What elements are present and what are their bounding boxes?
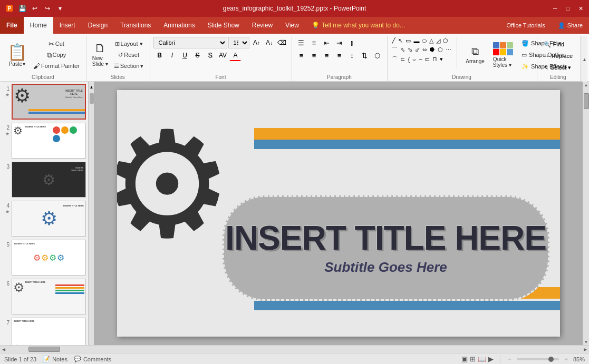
shape-s2[interactable]: ⬂ [407, 46, 413, 54]
menu-animations[interactable]: Animations [157, 17, 201, 34]
shape-tri[interactable]: △ [428, 37, 434, 45]
paste-button[interactable]: 📋 Paste▾ [4, 37, 30, 73]
menu-home[interactable]: Home [24, 17, 53, 34]
font-color-button[interactable]: A [229, 50, 241, 61]
comments-label[interactable]: Comments [83, 356, 111, 362]
shadow-button[interactable]: S [204, 50, 216, 61]
add-columns-button[interactable]: ⫿ [346, 37, 358, 48]
slide-img-5[interactable]: ⚙ ⚙ ⚙ ⚙ INSERT TITLE HERE [12, 240, 86, 276]
zoom-in-button[interactable]: ＋ [563, 355, 569, 363]
align-center-button[interactable]: ≡ [308, 50, 320, 61]
zoom-thumb[interactable] [548, 357, 554, 362]
subtitle[interactable]: Subtitle Goes Here [324, 259, 447, 276]
hscroll-track[interactable] [7, 347, 582, 352]
shrink-font-button[interactable]: A↓ [263, 37, 275, 48]
notes-label[interactable]: Notes [52, 356, 67, 362]
slide-thumb-1[interactable]: 1 ★ ⚙ INSERT TITLEHERESubtitle Goes Here [2, 84, 86, 120]
close-button[interactable]: ✕ [576, 4, 585, 13]
spacing-button[interactable]: AV [217, 50, 228, 61]
hscroll-thumb[interactable] [28, 347, 60, 352]
hscroll-right-button[interactable]: ▶ [582, 346, 589, 353]
slide-thumb-5[interactable]: 5 ⚙ ⚙ ⚙ ⚙ INSERT TITLE HERE [2, 240, 86, 276]
shape-rt[interactable]: ◿ [435, 37, 441, 45]
slide-thumb-3[interactable]: 3 ⚙ INSERTTITLE HERE [2, 162, 86, 198]
title-box[interactable]: INSERT TITLE HERE Subtitle Goes Here [223, 195, 549, 301]
font-family-selector[interactable]: Calibri [153, 37, 227, 48]
slideshow-button[interactable]: ▶ [488, 355, 494, 363]
shape-s1[interactable]: ⬁ [399, 46, 406, 54]
hscroll-left-button[interactable]: ◀ [0, 346, 7, 353]
decrease-indent-button[interactable]: ⇤ [321, 37, 332, 48]
vscroll-track[interactable] [584, 88, 589, 339]
minimize-button[interactable]: ─ [551, 4, 559, 13]
italic-button[interactable]: I [166, 50, 178, 61]
slide-canvas[interactable]: ⚙ INSERT TITLE HERE Subtitle Goes Here [117, 90, 560, 337]
numbering-button[interactable]: ≡ [308, 37, 320, 48]
redo-qat-button[interactable]: ↪ [42, 3, 53, 14]
menu-file[interactable]: File [0, 17, 24, 34]
panel-scroll-thumb[interactable] [90, 93, 94, 104]
slide-img-2[interactable]: ⚙ INSERT TITLE HERE [12, 123, 86, 159]
underline-button[interactable]: U [179, 50, 190, 61]
menu-share[interactable]: 👤Share [552, 17, 589, 34]
grow-font-button[interactable]: A↑ [250, 37, 262, 48]
shape-curved[interactable]: ⌒ [391, 45, 399, 54]
panel-vscroll[interactable]: ▲ [89, 82, 94, 345]
shape-r1[interactable]: ⌒ [391, 55, 399, 64]
find-button[interactable]: 🔍 Find [540, 39, 576, 50]
slide-img-3[interactable]: ⚙ INSERTTITLE HERE [12, 162, 86, 198]
vscroll-thumb[interactable] [584, 93, 589, 109]
select-button[interactable]: ↖ Select ▾ [540, 62, 576, 73]
bold-button[interactable]: B [153, 50, 165, 61]
strikethrough-button[interactable]: S [191, 50, 203, 61]
slide-img-1[interactable]: ⚙ INSERT TITLEHERESubtitle Goes Here [12, 84, 86, 120]
customize-qat-button[interactable]: ▾ [55, 3, 65, 14]
zoom-slider[interactable] [517, 358, 559, 360]
menu-review[interactable]: Review [246, 17, 279, 34]
shape-rect[interactable]: ▭ [404, 37, 412, 45]
shape-r3[interactable]: { [407, 56, 411, 63]
convert-smartart-button[interactable]: ⬡ [371, 50, 383, 61]
menu-insert[interactable]: Insert [53, 17, 82, 34]
text-direction-button[interactable]: ⇅ [359, 50, 370, 61]
menu-view[interactable]: View [279, 17, 305, 34]
layout-button[interactable]: ⊞ Layout ▾ [112, 38, 146, 49]
normal-view-button[interactable]: ▣ [461, 355, 468, 363]
menu-transitions[interactable]: Transitions [114, 17, 157, 34]
vscroll-up-button[interactable]: ▲ [583, 82, 590, 88]
slide-thumb-6[interactable]: 6 ⚙ INSERT TITLE HERE [2, 279, 86, 314]
shape-r5[interactable]: ⌢ [418, 55, 423, 63]
shape-s3[interactable]: ⬃ [414, 46, 421, 54]
clear-format-button[interactable]: ⌫ [276, 37, 287, 48]
slide-thumb-7[interactable]: 7 INSERT TITLE HERE ⚙ ⚙ ⚙ [2, 318, 86, 345]
slide-img-4[interactable]: ⚙ INSERT TITLE HERE [12, 201, 86, 237]
format-painter-button[interactable]: 🖌 Format Painter [31, 61, 82, 71]
align-left-button[interactable]: ≡ [295, 50, 307, 61]
slide-img-6[interactable]: ⚙ INSERT TITLE HERE [12, 279, 86, 314]
reset-button[interactable]: ↺ Reset [112, 50, 146, 60]
shape-s6[interactable]: ⬡ [437, 46, 444, 54]
justify-button[interactable]: ≡ [333, 50, 345, 61]
shape-s4[interactable]: ⬄ [421, 46, 428, 54]
shape-oval[interactable]: ⬭ [421, 37, 428, 45]
save-qat-button[interactable]: 💾 [17, 3, 27, 14]
shape-r2[interactable]: ⊂ [399, 55, 406, 63]
vertical-scrollbar[interactable]: ▲ ▼ [583, 82, 589, 345]
zoom-level[interactable]: 85% [573, 356, 585, 362]
replace-button[interactable]: ↔ Replace [540, 51, 576, 61]
reading-view-button[interactable]: 📖 [478, 355, 486, 363]
increase-indent-button[interactable]: ⇥ [333, 37, 345, 48]
section-button[interactable]: ☰ Section ▾ [112, 61, 146, 71]
font-size-selector[interactable]: 18 [228, 37, 249, 48]
ribbon-collapse-button[interactable]: ▲ [582, 36, 587, 83]
shape-r4[interactable]: ⌣ [411, 55, 417, 63]
main-title[interactable]: INSERT TITLE HERE [225, 221, 546, 255]
line-spacing-button[interactable]: ↕ [346, 50, 358, 61]
shape-more[interactable]: ⋯ [445, 46, 452, 54]
menu-design[interactable]: Design [82, 17, 114, 34]
quick-styles-button[interactable]: Quick Styles ▾ [490, 37, 517, 73]
menu-tellme[interactable]: 💡Tell me what you want to do... [305, 17, 411, 34]
shape-line[interactable]: ╱ [391, 37, 397, 45]
arrange-button[interactable]: ⧉ Arrange [461, 37, 489, 73]
copy-button[interactable]: ⧉ Copy [31, 50, 82, 60]
